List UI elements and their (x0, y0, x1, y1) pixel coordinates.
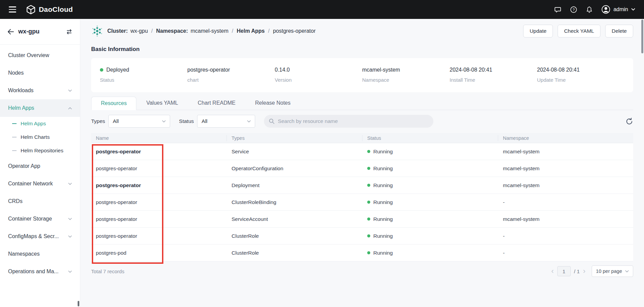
status-dot (367, 218, 370, 221)
breadcrumb-separator: / (268, 28, 269, 34)
user-name: admin (613, 6, 628, 12)
cell-type: ClusterRole (227, 250, 363, 256)
cell-namespace: mcamel-system (498, 216, 633, 222)
sidebar-item-cluster-overview[interactable]: Cluster Overview (0, 47, 80, 64)
breadcrumb-separator: / (151, 28, 153, 34)
info-field-install-time: 2024-08-08 20:41 Install Time (450, 67, 537, 83)
brand[interactable]: DaoCloud (26, 5, 73, 15)
cell-name: postgres-operator (91, 149, 227, 155)
sidebar-subitem-helm-charts[interactable]: Helm Charts (0, 130, 80, 144)
types-select[interactable]: All (108, 115, 170, 128)
status-dot (367, 150, 370, 153)
svg-text:?: ? (573, 7, 575, 11)
info-label: Install Time (450, 77, 537, 83)
chevron-down-icon (68, 271, 72, 273)
status-text: Running (373, 165, 393, 172)
info-field-chart: postgres-operator chart (187, 67, 275, 83)
table-row: postgres-operator Deployment Running mca… (91, 177, 633, 194)
page-total: / 1 (574, 268, 580, 274)
info-label: Status (100, 77, 187, 83)
bell-icon[interactable] (586, 6, 593, 13)
cell-name: postgres-pod (91, 250, 227, 256)
cell-name: postgres-operator (91, 199, 227, 205)
search-input[interactable] (278, 118, 429, 124)
per-page-select[interactable]: 10 per page (592, 265, 633, 277)
chevron-down-icon (68, 183, 72, 185)
page-number-input[interactable] (557, 266, 571, 276)
brand-name: DaoCloud (39, 5, 73, 14)
status-text: Running (373, 216, 393, 222)
status-text: Running (373, 149, 393, 155)
sidebar-nav: Cluster Overview Nodes Workloads Helm Ap… (0, 45, 80, 280)
switch-cluster-icon[interactable] (66, 29, 73, 35)
breadcrumb-current: postgres-operator (273, 28, 316, 34)
chevron-down-icon (631, 8, 635, 11)
sidebar-item-nodes[interactable]: Nodes (0, 64, 80, 82)
sidebar-item-namespaces[interactable]: Namespaces (0, 245, 80, 263)
tab-chart-readme[interactable]: Chart README (188, 96, 245, 110)
column-header-name: Name (91, 135, 227, 141)
chevron-down-icon (68, 218, 72, 220)
sidebar-item-workloads[interactable]: Workloads (0, 82, 80, 99)
chat-icon[interactable] (554, 6, 561, 13)
info-field-namespace: mcamel-system Namespace (362, 67, 450, 83)
cell-namespace: - (498, 233, 633, 239)
page-next-icon[interactable]: › (583, 267, 585, 275)
cell-name: postgres-operator (91, 165, 227, 172)
cell-status: Running (363, 233, 498, 239)
column-header-types: Types (227, 135, 363, 141)
delete-button[interactable]: Delete (605, 25, 633, 37)
sidebar-subitem-helm-apps[interactable]: Helm Apps (0, 117, 80, 130)
status-filter-label: Status (179, 118, 194, 124)
dash-icon (12, 137, 17, 137)
dash-icon (12, 123, 17, 124)
sidebar-item-helm-apps[interactable]: Helm Apps (0, 99, 80, 117)
sidebar-scrollbar-thumb[interactable] (78, 301, 79, 306)
tab-values-yaml[interactable]: Values YAML (136, 96, 188, 110)
info-field-update-time: 2024-08-08 20:41 Update Time (537, 67, 624, 83)
page-prev-icon[interactable]: ‹ (551, 267, 554, 275)
check-yaml-button[interactable]: Check YAML (558, 25, 600, 37)
cell-namespace: mcamel-system (498, 165, 633, 172)
sidebar-item-label: Cluster Overview (8, 52, 72, 58)
info-field-status: Deployed Status (100, 67, 187, 83)
tab-resources[interactable]: Resources (91, 97, 136, 110)
status-select-value: All (202, 118, 247, 124)
sidebar-item-label: Nodes (8, 70, 72, 76)
sidebar-subitem-helm-repositories[interactable]: Helm Repositories (0, 144, 80, 157)
topbar: DaoCloud ? (0, 0, 644, 19)
daocloud-logo-icon (26, 5, 35, 15)
user-menu[interactable]: admin (601, 5, 635, 14)
sidebar-item-crds[interactable]: CRDs (0, 193, 80, 210)
sidebar-item-configmaps-secrets[interactable]: ConfigMaps & Secr... (0, 228, 80, 245)
types-filter-label: Types (91, 118, 105, 124)
status-dot (367, 251, 370, 254)
sidebar-item-container-network[interactable]: Container Network (0, 175, 80, 193)
breadcrumb-cluster-value[interactable]: wx-gpu (130, 28, 148, 34)
breadcrumb-cluster-label: Cluster: (107, 28, 128, 34)
sidebar-item-operator-app[interactable]: Operator App (0, 157, 80, 175)
sidebar-item-operations[interactable]: Operations and Ma... (0, 263, 80, 280)
cell-status: Running (363, 165, 498, 172)
page-scrollbar-thumb[interactable] (641, 20, 643, 53)
refresh-icon[interactable] (625, 118, 633, 125)
sidebar-item-container-storage[interactable]: Container Storage (0, 210, 80, 228)
back-arrow-icon[interactable] (7, 29, 14, 35)
total-records: Total 7 records (91, 268, 124, 274)
cluster-name: wx-gpu (18, 28, 62, 35)
menu-icon[interactable] (9, 6, 16, 12)
breadcrumb-helm-apps-link[interactable]: Helm Apps (237, 28, 265, 34)
update-button[interactable]: Update (523, 25, 553, 37)
info-value-text: 2024-08-08 20:41 (537, 67, 624, 73)
info-value-text: postgres-operator (187, 67, 275, 73)
table-header: Name Types Status Namespace (91, 133, 633, 143)
info-label: Version (275, 77, 362, 83)
cell-type: OperatorConfiguration (227, 165, 363, 172)
info-label: chart (187, 77, 275, 83)
help-icon[interactable]: ? (570, 6, 577, 13)
tab-release-notes[interactable]: Release Notes (245, 96, 300, 110)
breadcrumb-namespace-label: Namespace: (156, 28, 188, 34)
dash-icon (12, 150, 17, 151)
status-dot (367, 234, 370, 237)
status-select[interactable]: All (197, 115, 255, 128)
